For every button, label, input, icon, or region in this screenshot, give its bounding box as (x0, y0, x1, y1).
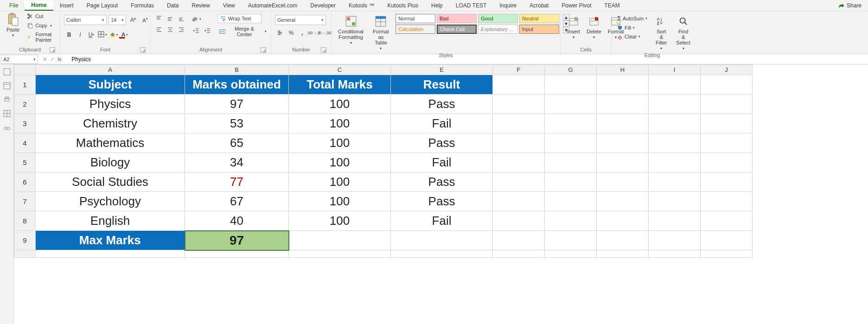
col-header-C[interactable]: C (289, 65, 391, 75)
share-button[interactable]: Share (835, 2, 865, 9)
tab-file[interactable]: File (3, 1, 25, 10)
enter-formula-icon[interactable]: ✓ (50, 56, 55, 63)
clear-button[interactable]: Clear▾ (615, 33, 649, 40)
tab-review[interactable]: Review (185, 1, 216, 10)
tab-help[interactable]: Help (425, 1, 449, 10)
tab-formulas[interactable]: Formulas (124, 1, 160, 10)
row-header-9[interactable]: 9 (14, 231, 36, 250)
cell-H9[interactable] (597, 231, 649, 250)
font-size-select[interactable]: 14▾ (108, 15, 126, 25)
cell-E8[interactable]: Fail (391, 211, 493, 231)
italic-button[interactable]: I (75, 30, 85, 40)
align-center-button[interactable] (166, 25, 176, 35)
sort-filter-button[interactable]: AZ Sort & Filter▾ (652, 14, 670, 51)
tab-page-layout[interactable]: Page Layout (80, 1, 124, 10)
delete-cells-button[interactable]: Delete▾ (584, 14, 604, 40)
increase-font-size-button[interactable]: A▴ (128, 15, 138, 25)
cell-F9[interactable] (493, 231, 545, 250)
cell-style-check-cell[interactable]: Check Cell (437, 25, 477, 34)
font-name-select[interactable]: Calibri▾ (64, 15, 107, 25)
cell-J9[interactable] (701, 231, 753, 250)
tab-insert[interactable]: Insert (53, 1, 80, 10)
cell-J5[interactable] (701, 153, 753, 172)
cell-empty[interactable] (597, 250, 649, 258)
col-header-I[interactable]: I (649, 65, 701, 75)
cell-A1[interactable]: Subject (36, 75, 185, 95)
cell-E1[interactable]: Result (391, 75, 493, 95)
format-as-table-button[interactable]: Format as Table▾ (370, 14, 392, 51)
cell-I3[interactable] (649, 114, 701, 133)
tab-team[interactable]: TEAM (598, 1, 626, 10)
cell-I9[interactable] (649, 231, 701, 250)
row-header-7[interactable]: 7 (14, 192, 36, 211)
cell-C8[interactable]: 100 (289, 211, 391, 231)
tab-view[interactable]: View (217, 1, 242, 10)
cell-empty[interactable] (391, 250, 493, 258)
cell-A8[interactable]: English (36, 211, 185, 231)
col-header-G[interactable]: G (545, 65, 597, 75)
cell-G8[interactable] (545, 211, 597, 231)
row-header-4[interactable]: 4 (14, 133, 36, 153)
col-header-J[interactable]: J (701, 65, 753, 75)
cell-C9[interactable] (289, 231, 391, 250)
row-header-3[interactable]: 3 (14, 114, 36, 133)
number-dialog-launcher[interactable] (321, 47, 326, 53)
cell-F8[interactable] (493, 211, 545, 231)
tab-data[interactable]: Data (160, 1, 185, 10)
col-header-F[interactable]: F (493, 65, 545, 75)
tab-kutools-plus[interactable]: Kutools Plus (381, 1, 425, 10)
tab-inquire[interactable]: Inquire (493, 1, 523, 10)
cancel-formula-icon[interactable]: ✕ (43, 56, 47, 63)
merge-center-button[interactable]: Merge & Center▾ (217, 25, 268, 38)
cell-I4[interactable] (649, 133, 701, 153)
row-header-6[interactable]: 6 (14, 172, 36, 192)
decrease-decimal-button[interactable]: .0→.00 (319, 28, 330, 38)
borders-button[interactable]: ▾ (97, 30, 108, 40)
cell-style-neutral[interactable]: Neutral (519, 14, 559, 23)
cell-H6[interactable] (597, 172, 649, 192)
cell-style-calculation[interactable]: Calculation (396, 25, 435, 34)
clipboard-dialog-launcher[interactable] (50, 47, 55, 53)
cell-empty[interactable] (185, 250, 289, 258)
conditional-formatting-button[interactable]: Conditional Formatting▾ (335, 14, 366, 46)
underline-button[interactable]: U▾ (86, 30, 96, 40)
cell-I5[interactable] (649, 153, 701, 172)
cell-G4[interactable] (545, 133, 597, 153)
wrap-text-button[interactable]: Wrap Text (217, 14, 262, 23)
copy-button[interactable]: Copy▾ (25, 21, 56, 30)
insert-cells-button[interactable]: Insert▾ (564, 14, 583, 40)
cell-E6[interactable]: Pass (391, 172, 493, 192)
cell-E4[interactable]: Pass (391, 133, 493, 153)
cell-style-explanatory[interactable]: Explanatory ... (478, 25, 518, 34)
print-icon[interactable] (3, 96, 11, 103)
cell-empty[interactable] (493, 250, 545, 258)
align-top-button[interactable] (154, 14, 165, 24)
paste-button[interactable]: Paste ▼ (4, 12, 22, 38)
cell-style-normal[interactable]: Normal (396, 14, 435, 23)
comma-format-button[interactable]: , (297, 28, 307, 38)
cell-G1[interactable] (545, 75, 597, 95)
cell-C2[interactable]: 100 (289, 95, 391, 114)
cell-C1[interactable]: Total Marks (289, 75, 391, 95)
percent-format-button[interactable]: % (286, 28, 296, 38)
orientation-button[interactable]: ab▾ (191, 14, 202, 24)
cell-C4[interactable]: 100 (289, 133, 391, 153)
decrease-font-size-button[interactable]: A▾ (140, 15, 150, 25)
cell-A2[interactable]: Physics (36, 95, 185, 114)
cell-B6[interactable]: 77 (185, 172, 289, 192)
cell-E3[interactable]: Fail (391, 114, 493, 133)
cell-I8[interactable] (649, 211, 701, 231)
tab-developer[interactable]: Developer (304, 1, 342, 10)
cell-E5[interactable]: Fail (391, 153, 493, 172)
cell-empty[interactable] (649, 250, 701, 258)
cell-F1[interactable] (493, 75, 545, 95)
cell-style-bad[interactable]: Bad (437, 14, 477, 23)
normal-view-icon[interactable] (3, 68, 11, 76)
cell-B2[interactable]: 97 (185, 95, 289, 114)
cell-A3[interactable]: Chemistry (36, 114, 185, 133)
cell-E9[interactable] (391, 231, 493, 250)
page-layout-icon[interactable] (3, 82, 11, 89)
tab-home[interactable]: Home (25, 0, 53, 11)
cell-empty[interactable] (545, 250, 597, 258)
cell-I7[interactable] (649, 192, 701, 211)
